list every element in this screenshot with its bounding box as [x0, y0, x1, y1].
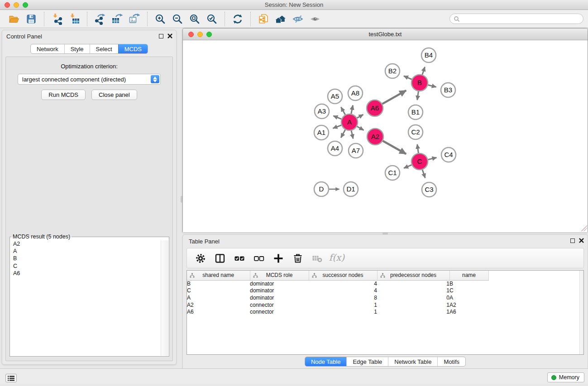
criterion-dropdown[interactable]: largest connected component (directed)	[18, 74, 161, 85]
search-icon	[454, 16, 460, 22]
table-scrollbar[interactable]	[579, 271, 583, 354]
close-panel-icon[interactable]	[167, 33, 172, 38]
table-cell: 0	[377, 294, 449, 301]
table-toolbar: f(x)	[186, 248, 584, 268]
run-mcds-button[interactable]: Run MCDS	[41, 90, 86, 100]
graph-edge-C-C2	[417, 144, 419, 153]
close-table-panel-icon[interactable]	[579, 238, 584, 243]
graph-node-label: A1	[317, 129, 325, 136]
zoom-fit-icon[interactable]	[188, 13, 201, 25]
table-cell: connector	[250, 308, 309, 315]
column-header-shared-name[interactable]: shared name	[187, 271, 250, 280]
column-header-mcds-role[interactable]: MCDS role	[250, 271, 309, 280]
toggle-visibility-icon[interactable]	[291, 13, 305, 25]
control-panel-title: Control Panel	[6, 33, 42, 40]
optimization-criterion-label: Optimization criterion:	[6, 57, 172, 70]
graph-node-label: A7	[352, 147, 360, 154]
graph-node-label: D	[319, 185, 324, 193]
tab-motifs[interactable]: Motifs	[437, 357, 465, 366]
graph-edge-C-C1	[404, 165, 411, 168]
graph-edge-A-A7	[351, 131, 353, 139]
delete-column-icon[interactable]	[292, 252, 304, 265]
network-window-titlebar[interactable]: testGlobe.txt	[183, 29, 588, 40]
mcds-result-item[interactable]: A6	[13, 270, 169, 277]
toolbar-separator	[44, 12, 44, 26]
import-table-icon[interactable]	[67, 13, 81, 25]
graph-node-label: B	[417, 79, 422, 86]
mcds-result-item[interactable]: C	[13, 262, 169, 270]
table-cell: connector	[250, 301, 309, 309]
select-all-icon[interactable]	[233, 252, 246, 265]
delete-table-icon[interactable]	[311, 252, 324, 265]
column-header-successor-nodes[interactable]: successor nodes	[309, 271, 377, 280]
show-columns-icon[interactable]	[214, 252, 226, 265]
open-network-file-icon[interactable]	[257, 13, 270, 25]
table-cell: B	[187, 280, 250, 287]
table-row[interactable]: Bdominator41B	[187, 280, 488, 287]
toolbar-separator	[87, 12, 87, 26]
table-panel: Table Panel f(x) share	[182, 234, 588, 371]
zoom-in-icon[interactable]	[153, 13, 167, 25]
network-canvas[interactable]: B4B2BB3A5A8A6B1A3AA1C2A2A4A7C4CC1C3DD1	[183, 40, 588, 232]
mcds-result-item[interactable]: A	[13, 248, 169, 255]
export-image-icon[interactable]	[128, 13, 141, 25]
tab-style[interactable]: Style	[64, 44, 90, 53]
refresh-icon[interactable]	[231, 13, 244, 25]
tab-mcds[interactable]: MCDS	[118, 44, 148, 53]
close-panel-button[interactable]: Close panel	[91, 90, 137, 100]
tab-edge-table[interactable]: Edge Table	[346, 357, 388, 366]
show-task-history-button[interactable]	[5, 374, 17, 382]
toolbar-separator	[250, 12, 251, 26]
mcds-result-scrollbar[interactable]	[161, 240, 168, 356]
tab-select[interactable]: Select	[90, 44, 118, 53]
home-icon[interactable]	[274, 13, 287, 25]
window-resize-grip[interactable]	[581, 225, 587, 231]
table-settings-icon[interactable]	[194, 252, 207, 265]
deselect-all-icon[interactable]	[253, 252, 265, 265]
export-network-icon[interactable]	[93, 13, 107, 25]
graph-node-label: A	[347, 118, 352, 126]
search-input[interactable]	[449, 14, 583, 24]
save-session-icon[interactable]	[24, 13, 38, 25]
network-graph[interactable]: B4B2BB3A5A8A6B1A3AA1C2A2A4A7C4CC1C3DD1	[183, 40, 588, 232]
control-panel-tabs: NetworkStyleSelectMCDS	[30, 44, 148, 54]
column-header-predecessor-nodes[interactable]: predecessor nodes	[377, 271, 449, 280]
window-title: Session: New Session	[0, 1, 588, 8]
graph-edge-B-B1	[417, 91, 419, 100]
mcds-result-item[interactable]: A2	[13, 240, 169, 248]
float-panel-icon[interactable]	[159, 34, 163, 38]
import-network-icon[interactable]	[50, 13, 64, 25]
table-cell: 1	[309, 308, 377, 315]
float-table-panel-icon[interactable]	[570, 238, 575, 243]
graph-edge-B-B4	[422, 67, 425, 75]
zoom-selected-icon[interactable]	[205, 13, 219, 25]
graph-edge-C-C4	[428, 157, 436, 159]
vertical-splitter-handle[interactable]	[181, 196, 182, 203]
apply-function-icon[interactable]: f(x)	[330, 252, 343, 265]
main-toolbar	[0, 10, 588, 28]
toolbar-separator	[225, 12, 225, 26]
table-row[interactable]: Cdominator41C	[187, 287, 488, 295]
tab-network-table[interactable]: Network Table	[388, 357, 437, 366]
table-row[interactable]: A2connector11A2	[187, 301, 488, 309]
memory-button[interactable]: Memory	[547, 372, 584, 382]
show-all-icon[interactable]	[308, 13, 322, 25]
graph-edge-B-B2	[404, 76, 412, 80]
tab-network[interactable]: Network	[31, 44, 64, 53]
tab-node-table[interactable]: Node Table	[305, 357, 347, 366]
column-header-name[interactable]: name	[449, 271, 488, 280]
graph-edge-A-A4	[341, 130, 345, 138]
mcds-result-item[interactable]: B	[13, 255, 169, 262]
graph-node-label: B4	[425, 51, 433, 59]
graph-edge-A6-B	[382, 91, 406, 104]
graph-node-label: C4	[444, 151, 453, 158]
memory-label: Memory	[559, 374, 579, 381]
open-session-icon[interactable]	[7, 13, 21, 25]
zoom-out-icon[interactable]	[171, 13, 184, 25]
table-row[interactable]: Adominator80A	[187, 294, 488, 301]
export-table-icon[interactable]	[110, 13, 124, 25]
table-row[interactable]: A6connector11A6	[187, 308, 488, 315]
add-column-icon[interactable]	[272, 252, 285, 265]
network-view-window: testGlobe.txt B4B2BB3A5A8A6B1A3AA1C2A2A4…	[182, 28, 588, 232]
table-cell: A	[187, 294, 250, 301]
